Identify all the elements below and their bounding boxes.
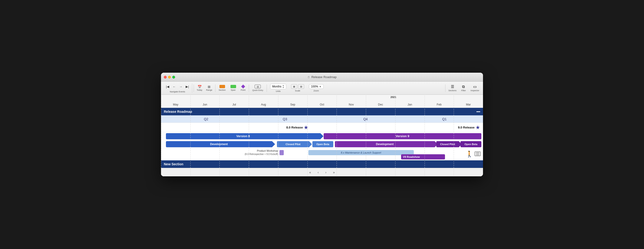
- version9-bar[interactable]: Version 9: [324, 133, 481, 139]
- workshop-label-group: Product Workshop (8.0 Retrospective + 9.…: [245, 149, 278, 156]
- toolbar: |◀ ← → ▶| Navigate Events 📅 Today ⊞ Rang…: [161, 82, 483, 95]
- maintenance-bar[interactable]: 8.x Maintenance & Launch Support: [308, 150, 414, 155]
- nav-next-page-button[interactable]: ›: [324, 170, 328, 175]
- range-button[interactable]: ⊞ Range: [205, 84, 214, 92]
- point-label: Point: [241, 89, 246, 91]
- quarter-q4: Q4: [322, 115, 409, 123]
- month-jul: Jul: [220, 103, 249, 106]
- month-nov: Nov: [336, 103, 366, 106]
- section-label: Section: [219, 89, 226, 91]
- nav-last-button[interactable]: ▶|: [184, 83, 190, 90]
- inspector-label: Inspector: [470, 89, 479, 92]
- misc-row: Product Workshop (8.0 Retrospective + 9.…: [161, 148, 483, 160]
- list-line-3: [476, 155, 479, 155]
- month-aug: Aug: [249, 103, 278, 106]
- quarter-q3: Q3: [250, 115, 320, 123]
- minimize-button[interactable]: [168, 76, 171, 78]
- version9-label: Version 9: [396, 134, 409, 138]
- dev8-label: Development: [210, 143, 228, 146]
- month-oct: Oct: [308, 103, 337, 106]
- version-bars-row: Version 8 Version 9: [161, 132, 483, 140]
- nav-next-button[interactable]: →: [178, 83, 184, 90]
- roadshow-label: V9 Roadshow: [403, 155, 420, 158]
- milestone-8-star: ★: [304, 124, 308, 131]
- maintenance-label: 8.x Maintenance & Launch Support: [341, 151, 381, 154]
- quarters-row: Q2 Q3 Q4 Q1: [161, 115, 483, 123]
- person-icon: 🚶: [466, 151, 473, 158]
- toolbar-right: ☰ Sections ⧉ Filter ▭ Inspector: [445, 83, 481, 93]
- month-jan: Jan: [395, 103, 424, 106]
- sections-button[interactable]: ☰ Sections: [446, 83, 458, 93]
- zoom-label: Zoom: [314, 90, 319, 92]
- dev-bars-row: Development Closed Pilot Open Beta Devel…: [161, 140, 483, 148]
- sections-icon: ☰: [451, 84, 454, 89]
- month-mar: Mar: [454, 103, 483, 106]
- month-may: May: [161, 103, 190, 106]
- today-label: Today: [197, 89, 202, 91]
- nav-last-page-button[interactable]: »: [331, 170, 337, 175]
- dev9-label: Development: [376, 143, 394, 146]
- span-button[interactable]: Span: [228, 84, 238, 92]
- dev9-bar[interactable]: Development: [335, 141, 435, 147]
- beta9-bar[interactable]: Open Beta: [460, 141, 481, 147]
- today-button[interactable]: 📅 Today: [195, 84, 204, 92]
- new-section-title: New Section: [164, 162, 183, 166]
- units-control[interactable]: Months ▲ ▼: [270, 84, 286, 89]
- span-label: Span: [231, 89, 236, 91]
- list-icon-box[interactable]: [474, 151, 481, 156]
- quick-entry-button[interactable]: ▤ Quick Entry: [250, 84, 265, 92]
- milestone-8-label: 8.0 Release: [286, 126, 303, 129]
- window-title: Release Roadmap: [312, 75, 337, 79]
- zoom-group: 100% ▼ Zoom: [307, 84, 326, 92]
- scale-expand-button[interactable]: ⊟: [298, 84, 304, 89]
- scale-shrink-button[interactable]: ⊞: [291, 84, 297, 89]
- nav-first-button[interactable]: |◀: [164, 83, 171, 90]
- filter-label: Filter: [461, 89, 466, 92]
- units-value: Months: [272, 85, 282, 88]
- version8-label: Version 8: [236, 134, 250, 138]
- quarter-q2: Q2: [164, 115, 248, 123]
- point-button[interactable]: Point: [239, 84, 248, 92]
- section-button[interactable]: Section: [217, 84, 228, 92]
- dev8-arrow: [272, 141, 275, 147]
- nav-prev-button[interactable]: ←: [171, 83, 178, 90]
- gantt-area: Q2 Q3 Q4 Q1 8.0 Release ★ 9.0 Release ★: [161, 115, 483, 160]
- pilot8-arrow: [309, 141, 312, 147]
- scale-label: Scale: [295, 90, 300, 92]
- nav-prev-page-button[interactable]: ‹: [316, 170, 320, 175]
- roadshow-bar[interactable]: V9 Roadshow: [401, 154, 445, 159]
- pilot8-bar[interactable]: Closed Pilot: [277, 141, 309, 147]
- main-content: 2021 May Jun Jul Aug Sep Oct Nov Dec Jan…: [161, 95, 483, 176]
- month-feb: Feb: [424, 103, 454, 106]
- bottom-nav: « ‹ › »: [161, 168, 483, 176]
- pilot8-label: Closed Pilot: [286, 143, 301, 146]
- maximize-button[interactable]: [172, 76, 175, 78]
- inspector-button[interactable]: ▭ Inspector: [469, 83, 481, 93]
- beta8-bar[interactable]: Open Beta: [312, 141, 333, 147]
- section-icon: [220, 85, 225, 88]
- section-release-roadmap-header: Release Roadmap: [161, 108, 483, 115]
- milestone-9-group: 9.0 Release ★: [458, 124, 480, 131]
- list-line-2: [476, 154, 479, 154]
- workshop-sublabel: (8.0 Retrospective + 9.0 Kickoff): [245, 153, 278, 156]
- close-button[interactable]: [164, 76, 167, 78]
- window-title-area: 🗒 Release Roadmap: [308, 75, 337, 79]
- beta8-label: Open Beta: [316, 143, 329, 146]
- nav-first-page-button[interactable]: «: [308, 170, 313, 175]
- quarter-q1: Q1: [409, 115, 480, 123]
- dev8-bar[interactable]: Development: [166, 141, 272, 147]
- workshop-bar[interactable]: [280, 150, 284, 155]
- filter-button[interactable]: ⧉ Filter: [459, 84, 468, 93]
- scale-group: ⊞ ⊟ Scale: [289, 84, 306, 92]
- section-collapse-button[interactable]: [476, 111, 480, 112]
- version8-bar[interactable]: Version 8: [166, 133, 320, 139]
- units-group: Months ▲ ▼ Units: [268, 84, 288, 92]
- month-jun: Jun: [190, 103, 220, 106]
- navigate-label: Navigate Events: [170, 90, 185, 93]
- pilot9-bar[interactable]: Closed Pilot: [436, 141, 459, 147]
- milestone-8-group: 8.0 Release ★: [286, 124, 308, 131]
- milestone-9-star: ★: [476, 124, 480, 131]
- beta9-label: Open Beta: [464, 143, 477, 146]
- zoom-control[interactable]: 100% ▼: [309, 84, 324, 89]
- section-title: Release Roadmap: [164, 110, 192, 113]
